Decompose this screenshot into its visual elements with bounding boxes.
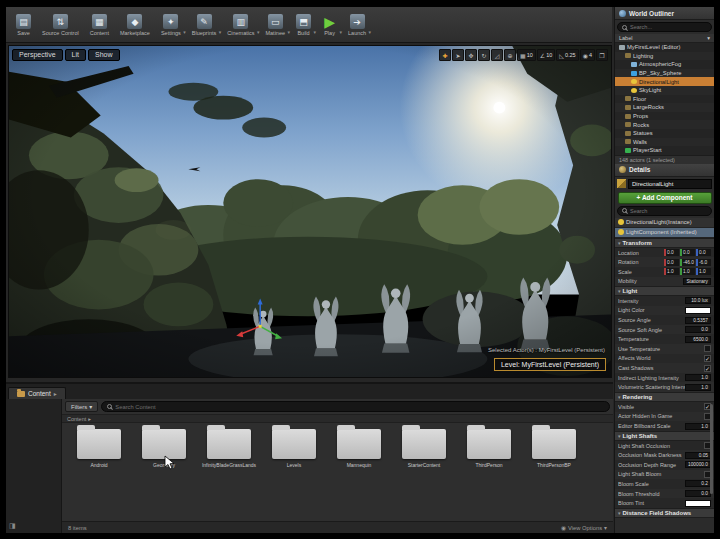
filters-button[interactable]: Filters ▾ [65, 401, 98, 412]
grid-snap-icon[interactable]: ▦10 [517, 49, 536, 61]
path-breadcrumb[interactable]: Content ▸ [62, 414, 613, 423]
z-value-field[interactable]: 0.0 [696, 249, 711, 256]
folder-infinitybladegrasslands[interactable]: InfinityBladeGrassLands [198, 429, 260, 468]
gamepad-icon[interactable]: ✚ [439, 49, 451, 61]
y-value-field[interactable]: 0.0 [680, 249, 695, 256]
outliner-row-bp-sky-sphere[interactable]: BP_Sky_Sphere [615, 69, 714, 78]
outliner-row-statues[interactable]: Statues [615, 129, 714, 138]
toolbar-content[interactable]: ▦Content [86, 12, 113, 37]
chevron-down-icon[interactable]: ▾ [314, 29, 317, 35]
color-swatch[interactable] [685, 500, 711, 507]
y-value-field[interactable]: -46.0 [680, 259, 695, 266]
outliner-row-props[interactable]: Props [615, 112, 714, 121]
value-field[interactable]: 0.5357 [685, 317, 711, 324]
toolbar-launch[interactable]: ➔Launch▾ [344, 12, 370, 37]
outliner-row-lighting[interactable]: Lighting [615, 52, 714, 61]
value-field[interactable]: 100000.0 [685, 461, 711, 468]
toolbar-save[interactable]: ▤Save [12, 12, 35, 37]
component-row-directionallight-instance-[interactable]: DirectionalLight(Instance) [615, 218, 714, 228]
value-field[interactable]: 1.0 [685, 374, 711, 381]
outliner-row-walls[interactable]: Walls [615, 138, 714, 147]
folder-geometry[interactable]: Geometry [133, 429, 195, 468]
outliner-row-playerstart[interactable]: PlayerStart [615, 146, 714, 155]
scale-snap-icon[interactable]: ◺0.25 [556, 49, 578, 61]
outliner-row-skylight[interactable]: SkyLight [615, 86, 714, 95]
section-header-light[interactable]: ▾Light [615, 286, 714, 296]
checkbox[interactable]: ✓ [704, 355, 711, 362]
move-icon[interactable]: ✥ [465, 49, 477, 61]
folder-thirdpersonbp[interactable]: ThirdPersonBP [523, 429, 585, 468]
camera-speed-icon[interactable]: ◉4 [580, 49, 595, 61]
chevron-down-icon[interactable]: ▾ [340, 29, 343, 35]
section-header-rendering[interactable]: ▾Rendering [615, 392, 714, 402]
perspective-button[interactable]: Perspective [12, 49, 63, 61]
chevron-down-icon[interactable]: ▾ [369, 29, 372, 35]
chevron-down-icon[interactable]: ▾ [183, 29, 186, 35]
section-header-transform[interactable]: ▾Transform [615, 238, 714, 248]
y-value-field[interactable]: 1.0 [680, 268, 695, 275]
value-field[interactable]: 0.2 [685, 480, 711, 487]
lit-mode-button[interactable]: Lit [65, 49, 86, 61]
value-field[interactable]: 1.0 [685, 423, 711, 430]
details-header[interactable]: Details [615, 164, 714, 177]
folder-thirdperson[interactable]: ThirdPerson [458, 429, 520, 468]
z-value-field[interactable]: -6.0 [696, 259, 711, 266]
folder-mannequin[interactable]: Mannequin [328, 429, 390, 468]
value-field[interactable]: Stationary [683, 278, 711, 285]
folder-android[interactable]: Android [68, 429, 130, 468]
expand-sources-icon[interactable]: ◨ [9, 522, 16, 530]
x-value-field[interactable]: 1.0 [664, 268, 679, 275]
scale-icon[interactable]: ◿ [491, 49, 503, 61]
actor-name-field[interactable]: DirectionalLight [628, 179, 712, 189]
z-value-field[interactable]: 1.0 [696, 268, 711, 275]
outliner-row-myfirstlevel-editor-[interactable]: MyFirstLevel (Editor) [615, 43, 714, 52]
value-field[interactable]: 10.0 lux [685, 297, 711, 304]
outliner-search-input[interactable]: Search... [617, 22, 712, 32]
section-header-light-shafts[interactable]: ▾Light Shafts [615, 431, 714, 441]
select-icon[interactable]: ➤ [452, 49, 464, 61]
maximize-icon[interactable]: ❐ [596, 49, 608, 61]
content-search-input[interactable]: Search Content [101, 401, 610, 412]
coord-system-icon[interactable]: ⊕ [504, 49, 516, 61]
value-field[interactable]: 1.0 [685, 384, 711, 391]
details-scrollbar[interactable] [710, 404, 713, 494]
outliner-row-atmosphericfog[interactable]: AtmosphericFog [615, 60, 714, 69]
x-value-field[interactable]: 0.0 [664, 249, 679, 256]
folder-levels[interactable]: Levels [263, 429, 325, 468]
outliner-row-rocks[interactable]: Rocks [615, 120, 714, 129]
color-swatch[interactable] [685, 307, 711, 314]
view-options-button[interactable]: ◉ View Options ▾ [561, 525, 607, 531]
viewport-scene[interactable] [9, 46, 611, 377]
chevron-down-icon[interactable]: ▾ [257, 29, 260, 35]
component-row-lightcomponent-inherited-[interactable]: LightComponent (Inherited) [615, 228, 714, 238]
rotate-icon[interactable]: ↻ [478, 49, 490, 61]
outliner-row-floor[interactable]: Floor [615, 95, 714, 104]
value-field[interactable]: 6500.0 [685, 336, 711, 343]
value-field[interactable]: 0.05 [685, 452, 711, 459]
outliner-row-directionallight[interactable]: DirectionalLight [615, 77, 714, 86]
toolbar-cinematics[interactable]: ▥Cinematics▾ [223, 12, 258, 37]
chevron-down-icon[interactable]: ▾ [219, 29, 222, 35]
toolbar-blueprints[interactable]: ✎Blueprints▾ [188, 12, 220, 37]
section-header-distance-field-shadows[interactable]: ▾Distance Field Shadows [615, 508, 714, 518]
show-flags-button[interactable]: Show [88, 49, 120, 61]
checkbox[interactable]: ✓ [704, 365, 711, 372]
value-field[interactable]: 0.0 [685, 490, 711, 497]
toolbar-matinee[interactable]: ▭Matinee▾ [261, 12, 289, 37]
details-search-input[interactable]: Search [617, 206, 712, 216]
level-viewport[interactable]: PerspectiveLitShow ✚➤✥↻◿⊕▦10∠10◺0.25◉4❐ … [8, 45, 612, 378]
outliner-column-header[interactable]: Label ▾ [615, 34, 714, 43]
add-component-button[interactable]: + Add Component [618, 192, 712, 204]
toolbar-play[interactable]: ▶Play▾ [318, 12, 341, 37]
toolbar-settings[interactable]: ✦Settings▾ [157, 12, 185, 37]
toolbar-build[interactable]: ⬒Build▾ [292, 12, 315, 37]
rotation-snap-icon[interactable]: ∠10 [537, 49, 556, 61]
toolbar-marketplace[interactable]: ◆Marketplace [116, 12, 154, 37]
checkbox[interactable] [704, 345, 711, 352]
toolbar-source-control[interactable]: ⇅Source Control [38, 12, 83, 37]
x-value-field[interactable]: 0.0 [664, 259, 679, 266]
value-field[interactable]: 0.0 [685, 326, 711, 333]
content-tab[interactable]: Content ▸ [8, 387, 66, 399]
chevron-down-icon[interactable]: ▾ [288, 29, 291, 35]
outliner-row-largerocks[interactable]: LargeRocks [615, 103, 714, 112]
